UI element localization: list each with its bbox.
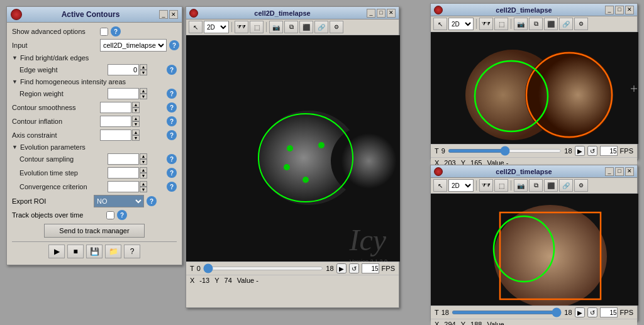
edge-weight-input[interactable]: 0	[108, 64, 139, 75]
main-maximize-btn[interactable]: □	[377, 9, 386, 18]
convergence-down[interactable]: ▼	[140, 187, 147, 192]
tr-stack-btn[interactable]: ⧩⧩	[479, 18, 493, 30]
contour-smoothness-down[interactable]: ▼	[132, 107, 140, 113]
main-settings-btn[interactable]: ⚙	[330, 21, 343, 33]
br-reload-btn[interactable]: ↺	[587, 307, 597, 317]
contour-inflation-info[interactable]: ?	[167, 116, 177, 126]
br-t-label: T	[435, 309, 439, 316]
main-camera-btn[interactable]: 📷	[269, 21, 283, 33]
main-minimize-btn[interactable]: _	[367, 9, 375, 18]
br-close-btn[interactable]: ✕	[625, 167, 634, 176]
edge-weight-down[interactable]: ▼	[140, 70, 147, 75]
tr-fps-input[interactable]	[600, 146, 618, 156]
convergence-up[interactable]: ▲	[140, 181, 147, 187]
contour-smoothness-up[interactable]: ▲	[132, 102, 140, 107]
main-link-btn[interactable]: 🔗	[314, 21, 328, 33]
main-mode-select[interactable]: 2D	[204, 21, 229, 33]
tr-copy-btn[interactable]: ⧉	[529, 18, 543, 30]
tr-settings-btn[interactable]: ⚙	[574, 18, 588, 30]
contour-smoothness-info[interactable]: ?	[167, 102, 177, 113]
main-copy-btn[interactable]: ⧉	[284, 21, 298, 33]
main-fit-btn[interactable]: ⬚	[250, 21, 264, 33]
contour-inflation-up[interactable]: ▲	[132, 116, 140, 121]
main-reload-btn[interactable]: ↺	[349, 263, 359, 273]
br-camera-btn[interactable]: 📷	[514, 179, 528, 192]
tr-close-btn[interactable]: ✕	[625, 6, 634, 14]
track-objects-info[interactable]: ?	[117, 210, 127, 220]
br-export-btn[interactable]: ⬛	[544, 179, 558, 192]
contour-sampling-info[interactable]: ?	[167, 154, 177, 164]
send-to-track-button[interactable]: Send to track manager	[44, 224, 145, 238]
input-info[interactable]: ?	[169, 40, 179, 50]
evolution-time-down[interactable]: ▼	[140, 173, 147, 179]
contour-sampling-down[interactable]: ▼	[140, 159, 147, 165]
stop-button[interactable]: ■	[67, 245, 84, 258]
region-weight-info[interactable]: ?	[167, 89, 177, 99]
show-advanced-checkbox[interactable]	[100, 28, 108, 36]
br-settings-btn[interactable]: ⚙	[574, 179, 588, 192]
main-x-label: X	[190, 277, 194, 284]
region-weight-down[interactable]: ▼	[140, 94, 147, 99]
axis-constraint-input[interactable]: 0	[100, 129, 131, 141]
folder-button[interactable]: 📁	[105, 245, 121, 258]
tr-fit-btn[interactable]: ⬚	[494, 18, 508, 30]
br-maximize-btn[interactable]: □	[615, 167, 624, 176]
evolution-time-input[interactable]: 0,1	[108, 167, 139, 179]
main-cursor-btn[interactable]: ↖	[189, 21, 203, 33]
region-weight-up[interactable]: ▲	[140, 88, 147, 94]
main-stack-btn[interactable]: ⧩⧩	[235, 21, 248, 33]
br-play-btn[interactable]: ▶	[575, 307, 585, 317]
convergence-info[interactable]: ?	[167, 182, 177, 192]
evolution-time-info[interactable]: ?	[167, 168, 177, 178]
br-link-btn[interactable]: 🔗	[559, 179, 573, 192]
contour-smoothness-input[interactable]: 0,05	[100, 102, 131, 113]
main-fps-input[interactable]	[362, 263, 379, 273]
play-button[interactable]: ▶	[48, 245, 65, 258]
main-close-btn[interactable]: ✕	[387, 9, 396, 18]
tr-cursor-btn[interactable]: ↖	[433, 18, 447, 30]
tr-play-btn[interactable]: ▶	[575, 146, 585, 156]
main-export-btn[interactable]: ⬛	[299, 21, 313, 33]
edge-weight-info[interactable]: ?	[167, 65, 177, 75]
main-timeline-slider[interactable]	[203, 267, 323, 270]
axis-constraint-down[interactable]: ▼	[132, 135, 140, 141]
br-timeline-slider[interactable]	[452, 311, 562, 314]
contour-dot-3	[303, 177, 309, 183]
minimize-button[interactable]: _	[159, 10, 168, 19]
tr-reload-btn[interactable]: ↺	[587, 146, 597, 156]
br-toolbar-sep2	[511, 180, 511, 190]
tr-maximize-btn[interactable]: □	[615, 6, 624, 14]
track-objects-checkbox[interactable]	[106, 211, 114, 219]
main-play-btn[interactable]: ▶	[336, 263, 347, 273]
axis-constraint-info[interactable]: ?	[167, 130, 177, 140]
br-minimize-btn[interactable]: _	[605, 167, 614, 176]
contour-sampling-input[interactable]: 2	[108, 153, 139, 165]
br-mode-select[interactable]: 2D	[448, 179, 474, 192]
export-roi-info[interactable]: ?	[147, 196, 157, 206]
save-button[interactable]: 💾	[86, 245, 103, 258]
convergence-input[interactable]: 0,001	[108, 181, 139, 192]
contour-sampling-up[interactable]: ▲	[140, 153, 147, 159]
br-fit-btn[interactable]: ⬚	[494, 179, 508, 192]
close-button[interactable]: ✕	[169, 10, 178, 19]
contour-inflation-input[interactable]: 0	[100, 116, 131, 127]
tr-export-btn[interactable]: ⬛	[544, 18, 558, 30]
tr-timeline-slider[interactable]	[448, 149, 562, 153]
export-roi-select[interactable]: NO	[94, 195, 144, 207]
tr-link-btn[interactable]: 🔗	[559, 18, 573, 30]
br-stack-btn[interactable]: ⧩⧩	[479, 179, 493, 192]
br-copy-btn[interactable]: ⧉	[529, 179, 543, 192]
show-advanced-info[interactable]: ?	[111, 26, 121, 36]
axis-constraint-up[interactable]: ▲	[132, 129, 140, 135]
region-weight-input[interactable]: 1	[108, 88, 139, 99]
br-fps-input[interactable]	[600, 307, 618, 317]
tr-minimize-btn[interactable]: _	[605, 6, 614, 14]
input-select[interactable]: cell2D_timelapse	[100, 39, 167, 52]
br-cursor-btn[interactable]: ↖	[433, 179, 447, 192]
edge-weight-up[interactable]: ▲	[140, 64, 147, 70]
tr-camera-btn[interactable]: 📷	[514, 18, 528, 30]
contour-inflation-down[interactable]: ▼	[132, 121, 140, 127]
help-button[interactable]: ?	[124, 245, 140, 258]
evolution-time-up[interactable]: ▲	[140, 167, 147, 173]
tr-mode-select[interactable]: 2D	[448, 18, 474, 30]
